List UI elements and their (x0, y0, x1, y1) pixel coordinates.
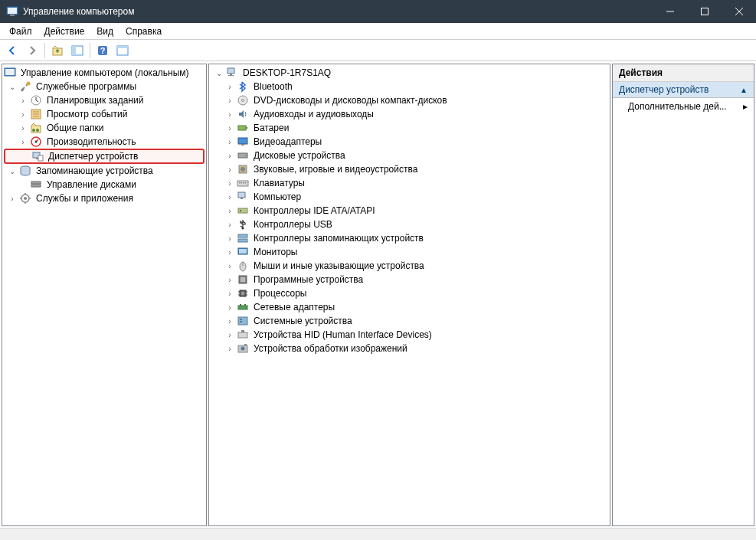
tree-event-viewer[interactable]: › Просмотр событий (4, 107, 205, 121)
expand-icon[interactable]: ⌄ (7, 165, 18, 176)
expand-icon[interactable]: › (224, 302, 235, 313)
svg-rect-80 (241, 330, 244, 332)
close-button[interactable] (722, 0, 756, 23)
expand-icon[interactable]: › (224, 329, 235, 340)
expand-icon[interactable]: › (224, 274, 235, 285)
show-hide-tree-button[interactable] (68, 41, 87, 60)
disk-icon (237, 149, 249, 162)
svg-point-25 (36, 129, 39, 132)
device-category[interactable]: ›Звуковые, игровые и видеоустройства (211, 162, 608, 176)
tree-disk-management[interactable]: › Управление дисками (4, 178, 205, 191)
device-tree[interactable]: ⌄ DESKTOP-1R7S1AQ ›Bluetooth›DVD-дисково… (209, 64, 610, 357)
svg-rect-77 (240, 319, 242, 320)
titlebar: Управление компьютером (0, 0, 756, 23)
svg-rect-66 (241, 277, 245, 282)
up-button[interactable] (48, 41, 67, 60)
minimize-button[interactable] (653, 0, 687, 23)
expand-icon[interactable]: › (224, 81, 235, 92)
expand-icon[interactable]: › (224, 164, 235, 175)
device-category[interactable]: ›Процессоры (211, 286, 608, 300)
tree-label: Программные устройства (252, 274, 365, 285)
device-category[interactable]: ›Bluetooth (211, 80, 608, 93)
menu-help[interactable]: Справка (119, 25, 168, 38)
svg-point-24 (32, 129, 35, 132)
expand-icon[interactable]: › (224, 178, 235, 188)
menu-action[interactable]: Действие (38, 25, 91, 38)
expand-icon[interactable]: › (18, 123, 28, 133)
expand-icon[interactable]: › (224, 260, 235, 271)
storage-ctrl-icon (237, 232, 249, 244)
device-category[interactable]: ›Контроллеры USB (211, 218, 608, 231)
expand-icon[interactable]: › (224, 136, 235, 147)
menu-file[interactable]: Файл (3, 25, 38, 38)
expand-icon[interactable]: › (7, 193, 18, 204)
device-category[interactable]: ›Мыши и иные указывающие устройства (211, 259, 608, 273)
device-category[interactable]: ›Контроллеры запоминающих устройств (211, 231, 608, 245)
tree-task-scheduler[interactable]: › Планировщик заданий (4, 93, 205, 107)
device-category[interactable]: ›Сетевые адаптеры (211, 300, 608, 314)
device-category[interactable]: ›Видеоадаптеры (211, 135, 608, 149)
console-tree[interactable]: Управление компьютером (локальным) ⌄ Слу… (2, 64, 206, 207)
menu-view[interactable]: Вид (90, 25, 119, 38)
expand-icon[interactable]: › (224, 288, 235, 299)
svg-rect-1 (8, 8, 17, 14)
tree-performance[interactable]: › Производительность (4, 135, 205, 149)
expand-icon[interactable]: › (224, 247, 235, 257)
tree-label: Управление дисками (45, 179, 138, 190)
svg-rect-41 (238, 126, 246, 130)
back-button[interactable] (3, 41, 21, 60)
device-category[interactable]: ›Системные устройства (211, 314, 608, 328)
expand-icon[interactable]: ⌄ (7, 81, 18, 92)
battery-icon (237, 122, 249, 134)
device-category[interactable]: ›Компьютер (211, 190, 608, 204)
expand-icon[interactable]: › (224, 343, 235, 354)
computer-icon (237, 191, 249, 203)
actions-section-label: Диспетчер устройств (619, 84, 709, 95)
expand-icon[interactable]: › (224, 205, 235, 216)
expand-icon[interactable]: ⌄ (214, 67, 224, 78)
tree-device-manager[interactable]: › Диспетчер устройств (4, 149, 205, 164)
device-category[interactable]: ›Дисковые устройства (211, 149, 608, 162)
expand-icon[interactable]: › (224, 233, 235, 244)
expand-icon[interactable]: › (18, 109, 28, 119)
expand-icon[interactable]: › (224, 109, 235, 119)
device-category[interactable]: ›Устройства обработки изображений (211, 342, 608, 355)
expand-icon[interactable]: › (224, 150, 235, 161)
device-category[interactable]: ›DVD-дисководы и дисководы компакт-диско… (211, 93, 608, 107)
menubar: Файл Действие Вид Справка (0, 23, 756, 40)
actions-section[interactable]: Диспетчер устройств ▲ (613, 82, 754, 98)
help-button[interactable]: ? (93, 41, 112, 60)
expand-icon[interactable]: › (224, 316, 235, 326)
tree-root[interactable]: Управление компьютером (локальным) (4, 66, 205, 80)
expand-icon[interactable]: › (224, 95, 235, 106)
sound-icon (237, 163, 249, 175)
actions-more[interactable]: Дополнительные дей... ▸ (613, 98, 754, 115)
svg-rect-57 (240, 210, 241, 211)
expand-icon[interactable]: › (224, 219, 235, 230)
tree-services-apps[interactable]: › Службы и приложения (4, 191, 205, 205)
properties-button[interactable] (113, 41, 132, 60)
device-root[interactable]: ⌄ DESKTOP-1R7S1AQ (211, 66, 608, 80)
maximize-button[interactable] (687, 0, 722, 23)
device-category[interactable]: ›Программные устройства (211, 273, 608, 286)
device-category[interactable]: ›Контроллеры IDE ATA/ATAPI (211, 204, 608, 218)
svg-rect-42 (246, 127, 247, 129)
expand-icon[interactable]: › (224, 191, 235, 202)
expand-icon[interactable]: › (224, 123, 235, 133)
tree-system-tools[interactable]: ⌄ Служебные программы (4, 80, 205, 93)
mouse-icon (237, 260, 249, 272)
device-category[interactable]: ›Мониторы (211, 245, 608, 259)
device-category[interactable]: ›Устройства HID (Human Interface Devices… (211, 328, 608, 342)
tree-label: Контроллеры USB (252, 219, 334, 230)
expand-icon[interactable]: › (18, 95, 28, 106)
forward-button[interactable] (23, 41, 41, 60)
svg-rect-13 (117, 46, 128, 48)
device-category[interactable]: ›Батареи (211, 121, 608, 135)
expand-icon[interactable]: › (18, 136, 28, 147)
tree-storage[interactable]: ⌄ Запоминающие устройства (4, 164, 205, 178)
tree-shared-folders[interactable]: › Общие папки (4, 121, 205, 135)
disk-management-icon (30, 178, 42, 191)
device-category[interactable]: ›Клавиатуры (211, 176, 608, 190)
device-category[interactable]: ›Аудиовходы и аудиовыходы (211, 107, 608, 121)
svg-rect-62 (239, 249, 247, 254)
